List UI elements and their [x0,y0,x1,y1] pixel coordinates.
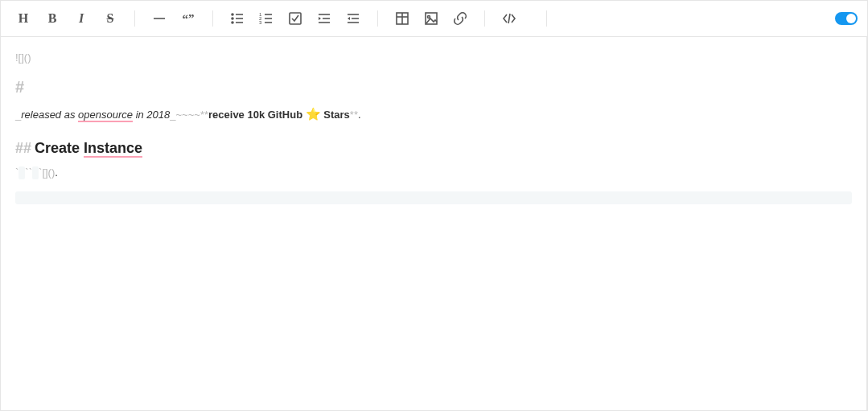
hr-button[interactable] [146,6,172,31]
link-button[interactable] [447,6,473,31]
toolbar-separator [484,10,485,27]
outdent-button[interactable] [340,6,366,31]
md-codeblock[interactable] [15,191,852,204]
editor-shell: H B I S “” 123 [0,0,868,411]
task-button[interactable] [282,6,308,31]
scroll-sync-toggle[interactable] [829,12,858,25]
ul-icon [230,11,245,26]
bold-button[interactable]: B [39,6,65,31]
md-h1[interactable]: # [15,78,852,97]
heading-button[interactable]: H [10,6,36,31]
toolbar-separator [377,10,378,27]
toolbar-separator [134,10,135,27]
toolbar-group-insert [389,6,473,31]
ul-button[interactable] [224,6,250,31]
svg-point-3 [232,18,233,19]
task-icon [288,11,302,26]
svg-point-1 [232,14,233,15]
svg-text:3: 3 [259,20,262,25]
toolbar-separator [546,10,547,27]
toggle-switch[interactable] [835,12,858,25]
toolbar-group-list: 123 [224,6,366,31]
table-button[interactable] [389,6,415,31]
toolbar-group-line: “” [146,6,201,31]
split-view: ![]() # _released as opensource in 2018_… [1,37,867,410]
code-button[interactable] [496,6,522,31]
toolbar-group-code [496,6,535,31]
indent-button[interactable] [311,6,337,31]
toolbar-group-text: H B I S [10,6,123,31]
svg-line-25 [508,14,510,23]
svg-point-24 [428,16,430,18]
svg-rect-13 [290,13,301,24]
image-icon [424,11,438,26]
strike-button[interactable]: S [97,6,123,31]
ol-button[interactable]: 123 [253,6,279,31]
outdent-icon [346,11,360,26]
table-icon [395,11,409,26]
codeblock-button[interactable] [525,6,535,31]
markdown-pane[interactable]: ![]() # _released as opensource in 2018_… [1,37,867,410]
indent-icon [317,11,331,26]
toolbar-separator [212,10,213,27]
md-image-line[interactable]: ![]() [15,48,852,68]
md-h2[interactable]: ##Create Instance [15,140,852,157]
hr-icon [152,11,167,26]
md-paragraph-1[interactable]: _released as opensource in 2018_~~~~**re… [15,103,852,126]
italic-button[interactable]: I [68,6,94,31]
link-icon [453,11,467,26]
ol-icon: 123 [259,11,274,26]
quote-button[interactable]: “” [175,6,201,31]
md-paragraph-2[interactable]: ````[](). [15,163,852,183]
code-icon [502,11,516,26]
image-button[interactable] [418,6,444,31]
markdown-scroll[interactable]: ![]() # _released as opensource in 2018_… [1,37,866,410]
toolbar: H B I S “” 123 [1,1,867,37]
svg-point-5 [232,22,233,23]
